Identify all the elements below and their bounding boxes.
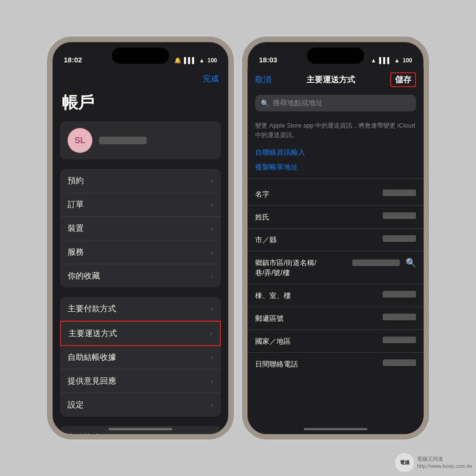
menu-item-services[interactable]: 服務 ›: [60, 240, 221, 264]
form-row-phone[interactable]: 日間聯絡電話: [248, 353, 424, 375]
home-indicator-left: [109, 428, 172, 430]
chevron-icon: ›: [210, 329, 212, 337]
chevron-icon: ›: [211, 305, 213, 313]
chevron-icon: ›: [211, 401, 213, 409]
menu-item-orders[interactable]: 訂單 ›: [60, 193, 221, 217]
label-firstname: 名字: [255, 189, 317, 199]
menu-item-settings[interactable]: 設定 ›: [60, 393, 221, 416]
label-postal: 郵遞區號: [255, 313, 317, 323]
menu-section-2: 主要付款方式 › 主要運送方式 › 自助結帳收據 › 提供意見回應 › 設定: [60, 297, 221, 416]
account-screen: 完成 帳戶 SL 預約 › 訂單 › 裝置: [52, 68, 228, 434]
label-phone: 日間聯絡電話: [255, 359, 317, 369]
signal-icon-left: ▌▌▌: [184, 57, 197, 64]
account-header: 完成: [52, 68, 228, 88]
dynamic-island-left: [112, 48, 169, 64]
chevron-icon: ›: [211, 177, 213, 185]
menu-item-feedback[interactable]: 提供意見回應 ›: [60, 369, 221, 393]
chevron-icon: ›: [211, 377, 213, 385]
battery-icon-left: 100: [208, 57, 217, 64]
self-contact-link[interactable]: 自聯絡資訊輸入: [248, 145, 424, 160]
menu-item-payment[interactable]: 主要付款方式 ›: [60, 297, 221, 321]
label-street: 鄉鎮市區/街道名稱/巷/弄/號/樓: [255, 258, 317, 278]
chevron-icon: ›: [211, 248, 213, 256]
watermark-text: 電腦王阿達 http://www.koop.com.tw: [417, 456, 472, 470]
label-unit: 棟、室、樓: [255, 290, 317, 300]
search-placeholder: 搜尋地點或地址: [273, 99, 323, 108]
location-icon: ▲: [371, 57, 377, 64]
account-title: 帳戶: [52, 88, 228, 121]
avatar: SL: [68, 128, 92, 153]
save-button[interactable]: 儲存: [390, 72, 416, 87]
notification-icon: 🔔: [174, 57, 181, 64]
shipping-screen: 取消 主要運送方式 儲存 🔍 搜尋地點或地址 變更 Apple Store ap…: [248, 68, 424, 434]
right-phone: 18:03 ▲ ▌▌▌ ▲ 100 取消 主要運送方式 儲存 🔍 搜尋地點或地址: [243, 37, 428, 439]
value-city: [317, 235, 416, 244]
menu-item-receipt[interactable]: 自助結帳收據 ›: [60, 346, 221, 369]
nav-bar: 取消 主要運送方式 儲存: [248, 68, 424, 91]
chevron-icon: ›: [211, 354, 213, 361]
form-row-lastname[interactable]: 姓氏: [248, 206, 424, 228]
divider: [248, 178, 424, 179]
form-row-street[interactable]: 鄉鎮市區/街道名稱/巷/弄/號/樓 🔍: [248, 251, 424, 284]
menu-item-favorites[interactable]: 你的收藏 ›: [60, 264, 221, 288]
form-row-unit[interactable]: 棟、室、樓: [248, 284, 424, 307]
form-row-city[interactable]: 市／縣: [248, 228, 424, 251]
value-street: 🔍: [317, 258, 416, 268]
chevron-icon: ›: [211, 225, 213, 232]
status-icons-right: ▲ ▌▌▌ ▲ 100: [371, 57, 412, 64]
user-card[interactable]: SL: [60, 121, 221, 159]
wifi-icon-left: ▲: [199, 57, 205, 64]
value-postal: [317, 314, 416, 322]
value-firstname: [317, 189, 416, 198]
value-lastname: [317, 212, 416, 221]
home-indicator-right: [304, 428, 367, 430]
value-unit: [317, 291, 416, 299]
wifi-icon-right: ▲: [394, 57, 400, 64]
status-icons-left: 🔔 ▌▌▌ ▲ 100: [174, 57, 217, 64]
cancel-button[interactable]: 取消: [255, 74, 271, 85]
copy-billing-link[interactable]: 複製帳單地址: [248, 160, 424, 175]
label-country: 國家／地區: [255, 336, 317, 346]
menu-item-shipping[interactable]: 主要運送方式 ›: [60, 321, 221, 346]
search-bar[interactable]: 🔍 搜尋地點或地址: [255, 95, 416, 111]
label-city: 市／縣: [255, 235, 317, 245]
search-inline-icon[interactable]: 🔍: [406, 258, 416, 268]
battery-icon-right: 100: [403, 57, 412, 64]
value-country: [317, 337, 416, 345]
form-row-country[interactable]: 國家／地區: [248, 330, 424, 353]
info-text: 變更 Apple Store app 中的運送資訊，將會連帶變更 iCloud …: [248, 115, 424, 145]
nav-title: 主要運送方式: [307, 74, 355, 85]
watermark-logo: 電腦: [395, 453, 414, 472]
dynamic-island-right: [307, 48, 364, 64]
signal-icon-right: ▌▌▌: [379, 57, 392, 64]
menu-item-reservations[interactable]: 預約 ›: [60, 169, 221, 193]
watermark: 電腦 電腦王阿達 http://www.koop.com.tw: [395, 453, 472, 472]
left-phone: 18:02 🔔 ▌▌▌ ▲ 100 完成 帳戶 SL: [48, 37, 233, 439]
form-section: 名字 姓氏 市／縣 鄉鎮市區/街道名稱/巷/弄/號/樓 🔍: [248, 183, 424, 375]
value-phone: [317, 359, 416, 368]
username: [99, 137, 147, 144]
menu-section-1: 預約 › 訂單 › 裝置 › 服務 › 你的收藏 ›: [60, 169, 221, 288]
label-lastname: 姓氏: [255, 212, 317, 222]
form-row-firstname[interactable]: 名字: [248, 183, 424, 206]
search-icon: 🔍: [261, 99, 269, 107]
chevron-icon: ›: [211, 272, 213, 280]
done-button[interactable]: 完成: [203, 73, 219, 84]
chevron-icon: ›: [211, 434, 213, 435]
menu-item-devices[interactable]: 裝置 ›: [60, 217, 221, 240]
chevron-icon: ›: [211, 201, 213, 208]
form-row-postal[interactable]: 郵遞區號: [248, 307, 424, 330]
